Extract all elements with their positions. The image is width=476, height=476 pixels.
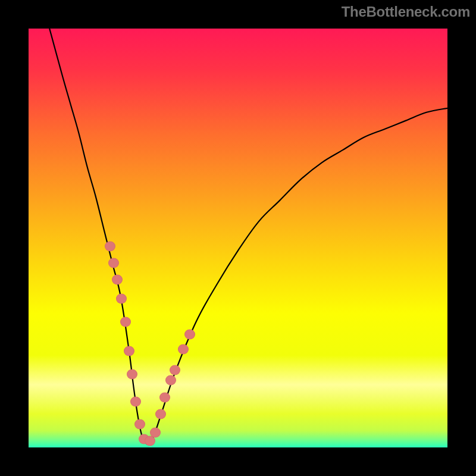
plot-area	[29, 29, 447, 447]
data-marker	[178, 344, 189, 354]
data-marker	[150, 428, 161, 438]
data-marker	[130, 396, 141, 406]
data-marker	[134, 419, 145, 430]
data-marker	[159, 392, 170, 402]
svg-rect-0	[29, 29, 447, 447]
data-marker	[184, 329, 195, 339]
data-marker	[124, 346, 134, 356]
data-marker	[170, 365, 180, 375]
data-marker	[112, 275, 123, 285]
data-marker	[165, 375, 176, 386]
data-marker	[116, 294, 127, 304]
data-marker	[108, 258, 119, 268]
data-marker	[120, 317, 131, 327]
data-marker	[155, 409, 166, 419]
watermark: TheBottleneck.com	[342, 4, 470, 20]
chart-container: TheBottleneck.com	[0, 0, 476, 476]
data-marker	[105, 242, 115, 252]
data-marker	[127, 369, 137, 379]
gradient-background	[29, 29, 447, 447]
